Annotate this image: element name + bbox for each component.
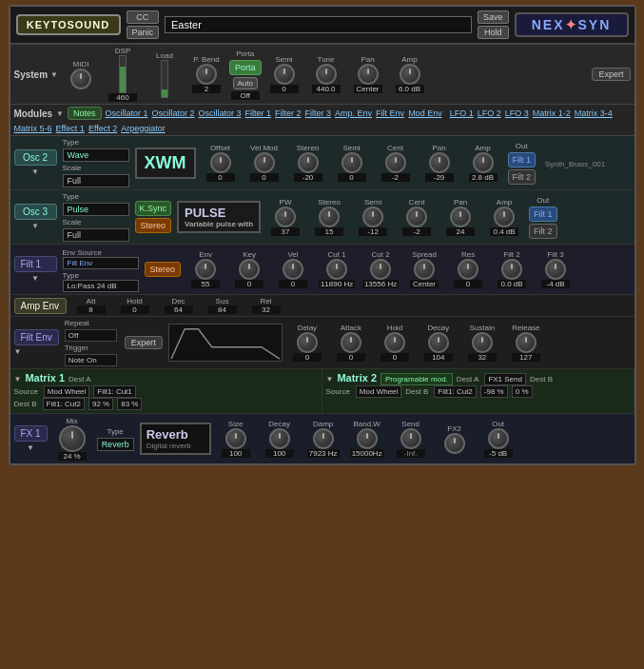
osc2-pan-knob[interactable] (429, 152, 450, 173)
tune-value: 440.0 (312, 85, 341, 93)
osc2-amp-knob[interactable] (473, 152, 494, 173)
hold-button[interactable]: Hold (478, 26, 509, 39)
osc2-semi-knob[interactable] (342, 152, 362, 173)
filtenv-decay-knob[interactable] (428, 332, 449, 353)
osc2-velmod-knob[interactable] (254, 152, 275, 173)
filtenv-sustain-knob[interactable] (472, 332, 493, 353)
filt1-filt2-knob[interactable] (501, 259, 522, 280)
osc3-pan-knob[interactable] (450, 207, 471, 227)
osc3-filt1-button[interactable]: Filt 1 (529, 207, 557, 222)
fx1-send-knob[interactable] (400, 428, 421, 449)
fx1-decay-col: Decay 100 (261, 420, 299, 458)
matrix1-dest-a-label: Dest A (68, 375, 91, 384)
lfo1-link[interactable]: LFO 1 (450, 108, 474, 118)
effect2-link[interactable]: Effect 2 (88, 124, 117, 133)
arpeggiator-link[interactable]: Arpeggiator (121, 124, 166, 133)
fx1-out-knob[interactable] (488, 428, 509, 449)
ampenv-link[interactable]: Amp. Env (335, 108, 372, 118)
lfo3-link[interactable]: LFO 3 (505, 108, 529, 118)
osc3-stereo-button[interactable]: Stereo (135, 218, 172, 233)
osc2-label[interactable]: Osc 2 (14, 149, 57, 166)
filtenv-release-knob[interactable] (516, 332, 537, 353)
pan-knob[interactable] (358, 64, 379, 85)
fx1-bandw-knob[interactable] (357, 428, 378, 449)
osc3-amp-knob[interactable] (494, 207, 515, 227)
fx1-dropdown[interactable]: ▼ (27, 443, 34, 452)
expert-block: Expert (592, 68, 630, 81)
osc2-link[interactable]: Oscillator 2 (152, 108, 195, 118)
filt1-cut2-knob[interactable] (370, 259, 391, 280)
fx1-damp-knob[interactable] (313, 428, 334, 449)
filt1-key-knob[interactable] (239, 259, 260, 280)
amp-knob[interactable] (400, 64, 420, 85)
matrix1-dropdown[interactable]: ▼ (14, 375, 22, 384)
osc3-dropdown[interactable]: ▼ (31, 222, 39, 230)
filtenv-label[interactable]: Filt Env (14, 329, 59, 345)
fx1-mix-knob[interactable] (59, 425, 86, 452)
osc3-filt2-button[interactable]: Filt 2 (529, 224, 557, 239)
preset-input[interactable] (165, 16, 472, 33)
filt1-res-knob[interactable] (458, 259, 478, 280)
osc2-type-value[interactable]: Wave (63, 148, 129, 162)
notes-button[interactable]: Notes (68, 107, 102, 120)
fx1-label[interactable]: FX 1 (14, 425, 48, 442)
osc3-stereo-knob[interactable] (319, 207, 340, 227)
filt2-link[interactable]: Filter 2 (275, 108, 302, 118)
filt1-cut1-knob[interactable] (326, 259, 347, 280)
osc2-filt1-button[interactable]: Filt 1 (508, 152, 537, 167)
fx1-fx2-knob[interactable] (444, 433, 465, 454)
filtenv-attack-knob[interactable] (341, 332, 361, 353)
filt1-stereo-button[interactable]: Stereo (145, 262, 182, 277)
semi-label: Semi (275, 55, 292, 64)
filtenv-link[interactable]: Filt Env (376, 108, 404, 118)
matrix12-link[interactable]: Matrix 1-2 (533, 108, 571, 118)
osc2-cent-knob[interactable] (385, 152, 406, 173)
midi-knob[interactable] (70, 69, 91, 89)
filtenv-expert-button[interactable]: Expert (125, 336, 163, 349)
filt1-vel-knob[interactable] (283, 259, 303, 280)
ampenv-label[interactable]: Amp Env (14, 298, 67, 314)
osc3-amp-value: 0.4 dB (490, 227, 518, 236)
filt3-link[interactable]: Filter 3 (305, 108, 332, 118)
effect1-link[interactable]: Effect 1 (56, 124, 85, 133)
osc2-stereo-knob[interactable] (298, 152, 319, 173)
osc1-link[interactable]: Oscillator 1 (106, 108, 148, 118)
matrix56-link[interactable]: Matrix 5-6 (14, 124, 52, 133)
porta-button[interactable]: Porta (229, 60, 262, 75)
filt1-filt3-knob[interactable] (545, 259, 566, 280)
osc2-filt2-button[interactable]: Filt 2 (508, 169, 537, 185)
filt1-filt3-value: -4 dB (541, 280, 570, 288)
fx1-decay-knob[interactable] (269, 428, 290, 449)
panic-button[interactable]: Panic (127, 26, 160, 39)
cc-button[interactable]: CC (127, 10, 160, 24)
filtenv-dropdown[interactable]: ▼ (14, 347, 59, 356)
tune-knob[interactable] (316, 64, 337, 85)
osc3-cent-knob[interactable] (406, 207, 427, 227)
modules-dropdown[interactable]: ▼ (56, 109, 64, 118)
osc2-offset-knob[interactable] (210, 152, 231, 173)
osc3-link[interactable]: Oscillator 3 (199, 108, 242, 118)
osc3-semi-knob[interactable] (362, 207, 383, 227)
matrix2-dropdown[interactable]: ▼ (326, 375, 334, 384)
modenv-link[interactable]: Mod Env (408, 108, 442, 118)
matrix34-link[interactable]: Matrix 3-4 (575, 108, 613, 118)
filtenv-hold-knob[interactable] (384, 332, 405, 353)
filt1-label[interactable]: Filt 1 (14, 256, 57, 272)
fx1-size-knob[interactable] (225, 428, 246, 449)
filtenv-delay-knob[interactable] (297, 332, 318, 353)
osc3-type-value[interactable]: Pulse (63, 203, 129, 216)
semi-knob[interactable] (274, 64, 295, 85)
save-button[interactable]: Save (478, 10, 509, 24)
expert-button[interactable]: Expert (592, 68, 630, 81)
osc3-label[interactable]: Osc 3 (14, 204, 57, 220)
osc2-dropdown[interactable]: ▼ (31, 167, 39, 176)
filt1-dropdown[interactable]: ▼ (31, 274, 39, 283)
lfo2-link[interactable]: LFO 2 (478, 108, 501, 118)
ksync-button[interactable]: K.Sync (135, 201, 172, 216)
system-dropdown-arrow[interactable]: ▼ (50, 70, 58, 79)
osc3-pw-knob[interactable] (275, 207, 296, 227)
pbend-knob[interactable] (196, 64, 217, 85)
filt1-env-knob[interactable] (195, 259, 216, 280)
filt1-spread-knob[interactable] (414, 259, 435, 280)
filt1-link[interactable]: Filter 1 (245, 108, 272, 118)
